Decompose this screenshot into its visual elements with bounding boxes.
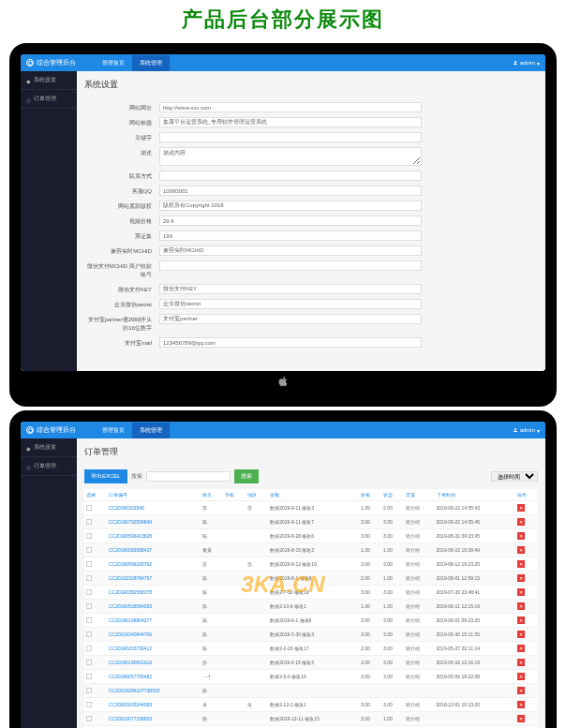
col-header[interactable]: 下单时间 — [435, 489, 515, 501]
cell: 数据2-5-6 修改15 — [268, 670, 359, 684]
delete-button[interactable]: ✕ — [517, 574, 525, 582]
col-header[interactable]: 操作 — [515, 489, 538, 501]
form-input-12[interactable] — [159, 299, 422, 309]
col-header[interactable]: 手机 — [223, 489, 246, 501]
cell: 数据2019-6-1 修改9 — [268, 614, 359, 628]
order-no[interactable]: CC20190198904277 — [109, 617, 152, 623]
search-button[interactable]: 搜索 — [234, 469, 259, 483]
row-checkbox[interactable] — [86, 561, 92, 567]
row-checkbox[interactable] — [86, 547, 92, 553]
order-no[interactable]: CC20190083588437 — [109, 547, 152, 553]
delete-button[interactable]: ✕ — [517, 701, 525, 708]
order-no[interactable]: CC20190190001618 — [109, 660, 152, 665]
row-checkbox[interactable] — [86, 660, 92, 665]
order-no[interactable]: CC20190382588378 — [109, 589, 152, 595]
row-checkbox[interactable] — [86, 702, 92, 707]
order-no[interactable]: CC20190302545 — [109, 505, 144, 511]
col-header[interactable]: 订单编号 — [107, 489, 201, 501]
cell: CC20190057700482 — [107, 670, 201, 684]
sidebar-item-orders[interactable]: ◇ 订单管理 — [21, 90, 77, 109]
nav-home[interactable]: 管理首页 — [95, 55, 132, 71]
form-input-3[interactable] — [159, 147, 422, 166]
col-header[interactable]: 价格 — [359, 489, 381, 501]
delete-button[interactable]: ✕ — [517, 645, 525, 652]
cell: 3.00 — [381, 628, 404, 642]
delete-button[interactable]: ✕ — [517, 546, 525, 554]
delete-button[interactable]: ✕ — [517, 673, 525, 680]
form-input-13[interactable] — [159, 314, 422, 324]
row-checkbox[interactable] — [86, 589, 92, 595]
delete-button[interactable]: ✕ — [517, 659, 525, 666]
table-row: CC20000005244583吴吴数据2-12-1 修改13.003.00转介… — [84, 698, 538, 712]
sidebar-item-settings[interactable]: ◆ 系统设置 — [21, 438, 77, 457]
cell: ✕ — [515, 670, 538, 684]
row-checkbox[interactable] — [86, 519, 92, 525]
row-checkbox[interactable] — [86, 575, 92, 581]
order-no[interactable]: CC20010077158003 — [109, 716, 152, 721]
user-menu[interactable]: admin ▾ — [513, 60, 540, 67]
cell: 苏 — [246, 501, 268, 515]
form-input-2[interactable] — [159, 132, 422, 142]
export-excel-button[interactable]: 导出EXCEL — [84, 469, 127, 483]
order-no[interactable]: CC20019286107738500 — [109, 688, 160, 693]
col-header[interactable]: 地区 — [246, 489, 268, 501]
row-checkbox[interactable] — [86, 603, 92, 609]
sidebar-item-settings[interactable]: ◆ 系统设置 — [21, 71, 77, 90]
delete-button[interactable]: ✕ — [517, 687, 525, 694]
time-filter-select[interactable]: 选择时间 — [491, 471, 538, 482]
delete-button[interactable]: ✕ — [517, 560, 525, 568]
order-no[interactable]: CC20190596413828 — [109, 533, 152, 539]
form-input-5[interactable] — [159, 186, 422, 196]
delete-button[interactable]: ✕ — [517, 715, 525, 722]
form-input-6[interactable] — [159, 201, 422, 211]
form-input-9[interactable] — [159, 245, 422, 256]
row-checkbox[interactable] — [86, 533, 92, 539]
form-input-1[interactable] — [159, 117, 422, 127]
delete-button[interactable]: ✕ — [517, 532, 525, 540]
row-checkbox[interactable] — [86, 646, 92, 651]
order-no[interactable]: CC20190568594033 — [109, 603, 152, 609]
order-no[interactable]: CC20190596195762 — [109, 561, 152, 567]
delete-button[interactable]: ✕ — [517, 518, 525, 526]
row-checkbox[interactable] — [86, 505, 92, 511]
nav-system[interactable]: 系统管理 — [132, 55, 170, 71]
search-input[interactable] — [146, 471, 231, 482]
order-no[interactable]: CC20190203739412 — [109, 646, 152, 651]
order-no[interactable]: CC20190057700482 — [109, 674, 152, 679]
row-checkbox[interactable] — [86, 631, 92, 637]
top-bar: 综合管理后台 管理首页 系统管理 admin ▾ — [21, 422, 545, 438]
sidebar-item-orders[interactable]: ◇ 订单管理 — [21, 457, 77, 476]
order-no[interactable]: CC20132328784757 — [109, 575, 152, 581]
row-checkbox[interactable] — [86, 674, 92, 679]
form-input-7[interactable] — [159, 215, 422, 226]
col-header[interactable]: 选择 — [84, 489, 107, 501]
form-input-0[interactable] — [159, 102, 422, 112]
col-header[interactable]: 状态 — [381, 489, 404, 501]
nav-home[interactable]: 管理首页 — [95, 423, 132, 438]
form-input-10[interactable] — [159, 260, 422, 271]
form-input-4[interactable] — [159, 171, 422, 181]
order-no[interactable]: CC20019340944706 — [109, 631, 152, 637]
form-input-14[interactable] — [159, 337, 422, 348]
col-header[interactable]: 金额 — [268, 489, 359, 501]
order-no[interactable]: CC20190792599849 — [109, 519, 152, 525]
row-checkbox[interactable] — [86, 617, 92, 623]
order-no[interactable]: CC20000005244583 — [109, 702, 152, 707]
row-checkbox[interactable] — [86, 688, 92, 693]
form-input-8[interactable] — [159, 230, 422, 241]
cell: 转介绍 — [404, 712, 435, 726]
form-input-11[interactable] — [159, 284, 422, 294]
gear-icon — [26, 426, 34, 434]
col-header[interactable]: 姓名 — [201, 489, 223, 501]
table-row: CC20190083588437黄某数据2019-8-15 修改21.001.0… — [84, 543, 538, 557]
row-checkbox[interactable] — [86, 716, 92, 721]
delete-button[interactable]: ✕ — [517, 504, 525, 512]
user-menu[interactable]: admin ▾ — [513, 427, 540, 434]
cell: 数据2019-5-30 修改3 — [268, 628, 359, 642]
delete-button[interactable]: ✕ — [517, 602, 525, 610]
delete-button[interactable]: ✕ — [517, 588, 525, 596]
nav-system[interactable]: 系统管理 — [132, 423, 170, 438]
delete-button[interactable]: ✕ — [517, 631, 525, 638]
col-header[interactable]: 渠道 — [404, 489, 435, 501]
delete-button[interactable]: ✕ — [517, 617, 525, 624]
